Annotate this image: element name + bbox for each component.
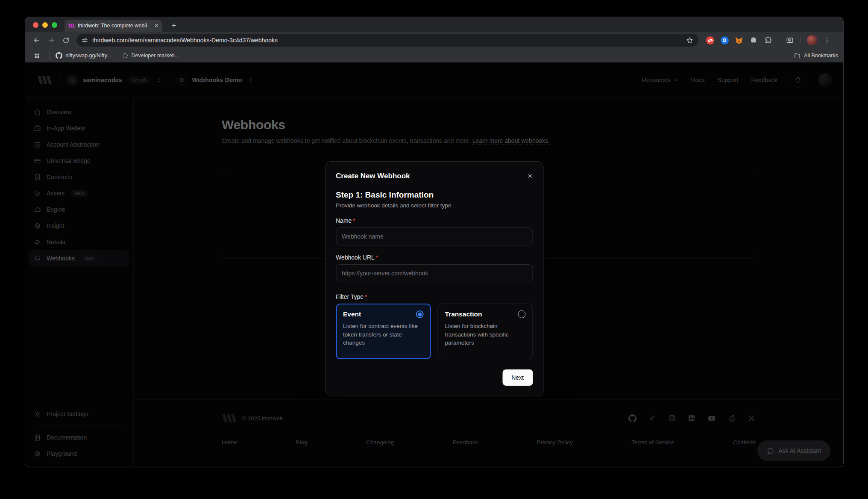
bookmark-label: niftyswap.gg/Nifty... <box>65 53 111 59</box>
filter-type-label: Filter Type* <box>336 293 533 300</box>
reload-icon[interactable] <box>59 34 72 47</box>
browser-profile-avatar[interactable] <box>807 35 817 45</box>
close-icon[interactable]: ✕ <box>527 172 533 180</box>
thirdweb-dashboard-page: saminacodes Growth Webhooks Demo Resourc… <box>25 62 843 467</box>
filter-option-event[interactable]: Event Listen for contract events like to… <box>336 304 431 359</box>
toolbar-divider <box>801 36 801 44</box>
step-title: Step 1: Basic Information <box>336 190 533 200</box>
github-icon <box>56 52 62 59</box>
browser-tab[interactable]: thirdweb: The complete web3 ✕ <box>65 20 162 32</box>
extension-red-icon[interactable] <box>705 35 715 45</box>
zoom-window-button[interactable] <box>52 22 57 28</box>
bookmark-item-niftyswap[interactable]: niftyswap.gg/Nifty... <box>56 52 111 59</box>
required-asterisk: * <box>376 254 378 261</box>
all-bookmarks-button[interactable]: All Bookmarks <box>804 53 838 59</box>
window-controls <box>33 22 57 28</box>
webhook-url-input[interactable] <box>336 264 533 282</box>
toolbar-divider <box>779 36 779 44</box>
bookmarks-divider <box>788 52 788 59</box>
metamask-icon[interactable] <box>734 35 744 45</box>
browser-window: thirdweb: The complete web3 ✕ + thirdweb… <box>25 17 844 467</box>
tab-close-icon[interactable]: ✕ <box>154 23 158 29</box>
name-label: Name* <box>336 217 533 224</box>
create-webhook-modal: Create New Webhook ✕ Step 1: Basic Infor… <box>325 161 543 396</box>
tab-strip: thirdweb: The complete web3 ✕ + <box>25 17 843 32</box>
bookmark-label: Developer marketi... <box>131 53 179 59</box>
minimize-window-button[interactable] <box>42 22 48 28</box>
url-text[interactable]: thirdweb.com/team/saminacodes/Webhooks-D… <box>92 37 682 44</box>
tab-title: thirdweb: The complete web3 <box>78 23 151 29</box>
phantom-icon[interactable] <box>749 35 758 45</box>
new-tab-button[interactable]: + <box>168 20 180 32</box>
site-icon <box>122 53 128 59</box>
thirdweb-favicon-icon <box>68 22 75 29</box>
forward-icon[interactable] <box>45 34 58 47</box>
filter-option-transaction[interactable]: Transaction Listen for blockchain transa… <box>438 304 533 359</box>
bookmark-item-developer[interactable]: Developer marketi... <box>122 53 179 59</box>
webhook-url-label: Webhook URL* <box>336 254 533 261</box>
browser-toolbar: thirdweb.com/team/saminacodes/Webhooks-D… <box>25 32 843 49</box>
modal-title: Create New Webhook <box>336 172 410 180</box>
side-panel-icon[interactable] <box>783 34 796 47</box>
folder-icon <box>794 53 801 59</box>
back-icon[interactable] <box>30 34 43 47</box>
bookmark-star-icon[interactable] <box>686 37 693 44</box>
radio-unselected-icon[interactable] <box>518 310 525 318</box>
webhook-name-input[interactable] <box>336 227 533 245</box>
required-asterisk: * <box>365 293 367 300</box>
address-bar[interactable]: thirdweb.com/team/saminacodes/Webhooks-D… <box>76 34 698 47</box>
apps-grid-icon[interactable] <box>30 49 43 62</box>
radio-selected-icon[interactable] <box>416 310 424 318</box>
kebab-menu-icon[interactable] <box>821 34 833 47</box>
required-asterisk: * <box>353 217 355 224</box>
bookmarks-divider <box>49 52 50 59</box>
site-settings-icon[interactable] <box>82 37 88 44</box>
extension-blue-icon[interactable] <box>720 35 729 45</box>
close-window-button[interactable] <box>33 22 38 28</box>
bookmarks-bar: niftyswap.gg/Nifty... Developer marketi.… <box>25 49 843 62</box>
extensions-puzzle-icon[interactable] <box>763 35 773 45</box>
next-button[interactable]: Next <box>502 369 533 386</box>
step-subtitle: Provide webhook details and select filte… <box>336 202 533 209</box>
